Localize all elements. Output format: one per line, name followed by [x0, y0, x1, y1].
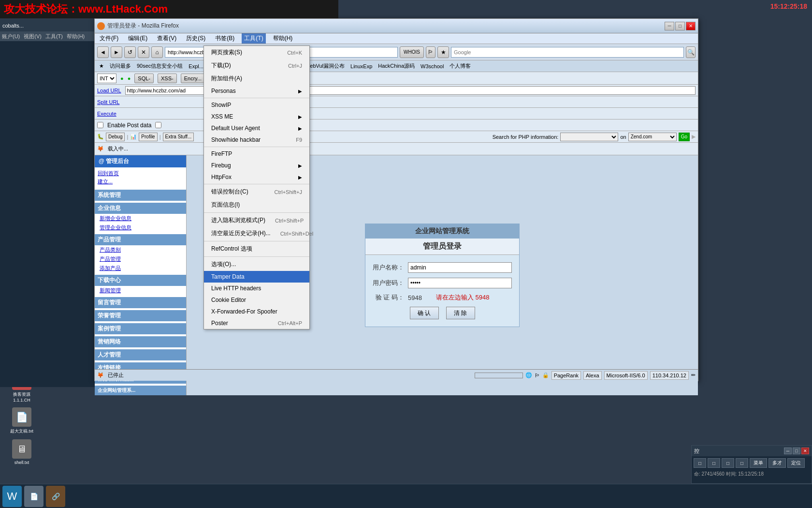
menu-help[interactable]: 帮助(H): [271, 33, 295, 44]
sidebar-product-manage[interactable]: 产品管理: [95, 254, 186, 264]
bookmark-most-visited[interactable]: 访问最多: [108, 61, 133, 71]
ctrl-btn-menu[interactable]: 菜单: [750, 458, 767, 468]
menu-showip[interactable]: ShowIP: [204, 99, 309, 111]
star-btn[interactable]: ★: [437, 46, 449, 58]
reload-button[interactable]: ↺: [124, 46, 136, 58]
clear-button[interactable]: 清 除: [446, 307, 475, 319]
menu-tamperdata[interactable]: Tamper Data: [204, 271, 309, 283]
bookmark-90sec[interactable]: 90sec信息安全小组: [135, 61, 185, 71]
bookmark-blog[interactable]: 个人博客: [448, 61, 473, 71]
sidebar-add-product[interactable]: 添加产品: [95, 264, 186, 273]
menu-refcontrol[interactable]: RefControl 选项: [204, 242, 309, 255]
hackbar-sql-btn[interactable]: SQL-: [134, 74, 154, 83]
cobalt-menu-help[interactable]: 帮助(H): [67, 33, 85, 40]
menu-bookmarks[interactable]: 书签(B): [213, 33, 237, 44]
password-row: 用户密码：: [373, 278, 512, 288]
google-search[interactable]: [451, 47, 684, 58]
search-button[interactable]: 🔍: [686, 46, 696, 58]
menu-edit[interactable]: 编辑(E): [126, 33, 150, 44]
debug-button[interactable]: Debug: [106, 133, 125, 141]
maximize-button[interactable]: □: [675, 22, 685, 30]
ctrl-min-btn[interactable]: ─: [784, 448, 792, 454]
sidebar-home-link[interactable]: 回到首页: [97, 169, 184, 178]
ctrl-btn-2[interactable]: □: [708, 458, 720, 468]
bookmark-expl[interactable]: Expl...: [187, 62, 205, 70]
taskbar-wordpress[interactable]: W: [2, 486, 22, 507]
cobalt-header: cobalts...: [0, 19, 97, 31]
minimize-button[interactable]: ─: [665, 22, 674, 30]
bookmark-w3school[interactable]: W3school: [419, 62, 446, 70]
profile-button[interactable]: Profile: [139, 133, 157, 141]
sidebar-news-manage[interactable]: 新闻管理: [95, 286, 186, 295]
split-url-link[interactable]: Split URL: [97, 99, 119, 105]
ip-badge: 110.34.210.12: [650, 371, 689, 380]
sidebar-update-link[interactable]: 建立...: [97, 178, 184, 186]
on-select[interactable]: Zend.com: [628, 133, 677, 141]
go-button[interactable]: Go: [679, 133, 690, 141]
menu-livehttp[interactable]: Live HTTP headers: [204, 283, 309, 294]
menu-errorconsole[interactable]: 错误控制台(C) Ctrl+Shift+J: [204, 185, 309, 198]
stop-button[interactable]: ✕: [138, 46, 149, 58]
taskbar-viewurl[interactable]: 🔗: [46, 486, 65, 507]
ctrl-btn-multi[interactable]: 多才: [768, 458, 786, 468]
bookmark-hackchina[interactable]: HackChina源码: [376, 61, 417, 71]
menu-view[interactable]: 查看(V): [155, 33, 179, 44]
cobalt-menu-account[interactable]: 账户(U): [2, 33, 20, 40]
menu-options[interactable]: 选项(O)...: [204, 258, 309, 271]
menu-addons[interactable]: 附加组件(A): [204, 72, 309, 85]
cobalt-menu-tools[interactable]: 工具(T): [45, 33, 63, 40]
sidebar-manage-enterprise[interactable]: 管理企业信息: [95, 223, 186, 232]
back-button[interactable]: ◄: [97, 46, 109, 58]
alexa-badge[interactable]: Alexa: [583, 371, 602, 380]
menu-tools[interactable]: 工具(T): [242, 33, 265, 44]
sidebar-add-enterprise[interactable]: 新增企业信息: [95, 214, 186, 223]
php-search-select[interactable]: [560, 133, 618, 141]
hackbar-encry-btn[interactable]: Encry...: [181, 74, 205, 83]
ctrl-close-btn[interactable]: ✕: [801, 448, 809, 454]
menu-xssme[interactable]: XSS ME ▶: [204, 111, 309, 122]
menu-xforwarded[interactable]: X-Forwarded-For Spoofer: [204, 306, 309, 317]
taskbar-newdoc[interactable]: 📄: [24, 486, 44, 507]
whois-button[interactable]: WHOIS: [400, 46, 424, 58]
menu-showhackbar[interactable]: Show/hide hackbar F9: [204, 134, 309, 146]
execute-link[interactable]: Execute: [97, 111, 116, 117]
close-button[interactable]: ✕: [686, 22, 696, 30]
ctrl-max-btn[interactable]: □: [793, 448, 800, 454]
enable-post-checkbox[interactable]: [97, 122, 103, 128]
menu-fireftp[interactable]: FireFTP: [204, 148, 309, 160]
desktop-icon-shell[interactable]: 🖥 shell.txt: [2, 439, 41, 465]
menu-pageinfo[interactable]: 页面信息(I): [204, 198, 309, 211]
menu-download[interactable]: 下载(D) Ctrl+J: [204, 59, 309, 72]
menu-clearhistory[interactable]: 清空最近历史记录(H)... Ctrl+Shift+Del: [204, 227, 309, 240]
home-button[interactable]: ⌂: [151, 46, 163, 58]
menu-personas[interactable]: Personas ▶: [204, 85, 309, 97]
hackbar-xss-btn[interactable]: XSS-: [158, 74, 177, 83]
menu-file[interactable]: 文件(F): [97, 33, 121, 44]
desktop-icon-largedoc[interactable]: 📄 超大文稿.txt: [2, 407, 41, 434]
cobalt-menu-view[interactable]: 视图(V): [24, 33, 42, 40]
pagerank-badge[interactable]: PageRank: [551, 371, 581, 380]
menu-private[interactable]: 进入隐私浏览模式(P) Ctrl+Shift+P: [204, 214, 309, 227]
username-input[interactable]: [408, 262, 512, 273]
sidebar-product-category[interactable]: 产品类别: [95, 245, 186, 254]
menu-useragent[interactable]: Default User Agent ▶: [204, 122, 309, 134]
ctrl-btn-4[interactable]: □: [736, 458, 748, 468]
forward-button[interactable]: ►: [111, 46, 122, 58]
extra-stuff-button[interactable]: Extra Stuff...: [163, 133, 194, 141]
confirm-button[interactable]: 确 认: [410, 307, 439, 319]
ctrl-btn-1[interactable]: □: [694, 458, 706, 468]
load-url-link[interactable]: Load URL: [97, 88, 121, 93]
ctrl-btn-3[interactable]: □: [722, 458, 734, 468]
menu-httpfox[interactable]: HttpFox ▶: [204, 171, 309, 183]
menu-cookieeditor[interactable]: Cookie Editor: [204, 294, 309, 306]
desktop: 攻大技术论坛：www.LtHack.Com 15:12:25:18 🛡 网络安全…: [0, 0, 812, 508]
post-option-checkbox[interactable]: [155, 122, 161, 128]
hackbar-type-select[interactable]: INT: [97, 74, 116, 83]
menu-websearch[interactable]: 网页搜索(S) Ctrl+K: [204, 46, 309, 59]
menu-firebug[interactable]: Firebug ▶: [204, 160, 309, 171]
menu-history[interactable]: 历史(S): [184, 33, 208, 44]
ctrl-btn-locate[interactable]: 定位: [787, 458, 805, 468]
password-input[interactable]: [408, 278, 512, 288]
bookmark-linux[interactable]: LinuxExp: [348, 62, 374, 70]
menu-poster[interactable]: Poster Ctrl+Alt+P: [204, 317, 309, 329]
